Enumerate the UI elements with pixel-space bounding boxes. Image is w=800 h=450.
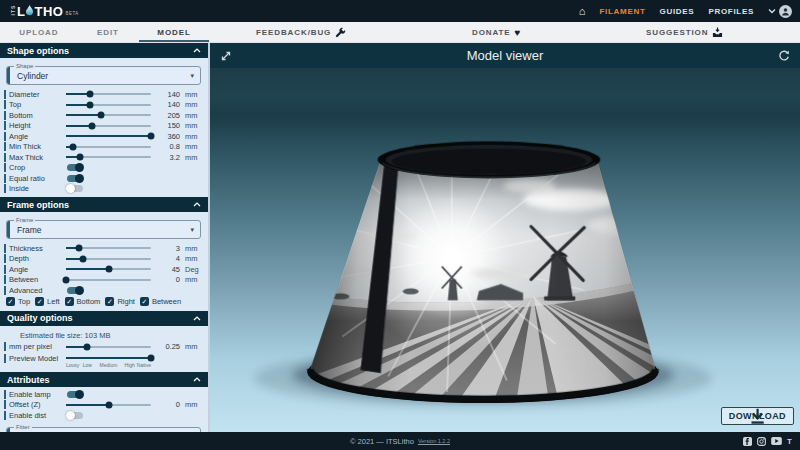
preview-quality-ticks: Lousy Low Medium High Native	[66, 362, 151, 370]
shape-select[interactable]: Shape Cylinder ▾	[6, 66, 201, 85]
shape-options-header[interactable]: Shape options	[0, 43, 208, 58]
donate-label: DONATE	[472, 28, 511, 37]
download-button[interactable]: DOWNLOAD	[721, 407, 794, 425]
checkbox-between[interactable]: ✓	[140, 297, 149, 306]
top-link-guides[interactable]: GUIDES	[660, 7, 695, 16]
min-thick-slider[interactable]	[66, 146, 151, 148]
attributes-body: Enable lamp Offset (Z) 0 mm Enable dist …	[0, 387, 208, 432]
advanced-toggle[interactable]	[67, 287, 83, 294]
frame-angle-slider[interactable]	[66, 268, 151, 270]
dropdown-arrow-icon: ▾	[190, 226, 200, 234]
tab-upload[interactable]: UPLOAD	[9, 22, 68, 42]
wrench-icon	[335, 27, 346, 38]
offset-z-slider[interactable]	[66, 404, 151, 406]
thingiverse-icon[interactable]: T	[787, 437, 792, 446]
account-menu[interactable]	[768, 5, 792, 18]
youtube-icon[interactable]	[771, 437, 782, 445]
slider-row-top: Top 140 mm	[4, 100, 203, 111]
logo-its-text: ITS	[10, 7, 16, 16]
toggle-row-equal-ratio: Equal ratio	[4, 173, 203, 184]
workflow-nav: UPLOAD EDIT MODEL FEEDBACK/BUG DONATE ♥ …	[0, 22, 800, 43]
angle-slider[interactable]	[66, 135, 151, 137]
model-top-rim	[378, 141, 601, 178]
attributes-title: Attributes	[7, 375, 50, 385]
logo-beta-badge: BETA	[65, 11, 78, 16]
version-link[interactable]: Version 1.2.2	[418, 438, 450, 444]
chevron-up-icon	[193, 48, 201, 53]
home-icon[interactable]: ⌂	[579, 6, 586, 17]
app-logo[interactable]: ITS L THO BETA	[8, 4, 79, 19]
shape-options-body: Shape Cylinder ▾ Diameter 140 mm Top 140…	[0, 58, 208, 197]
top-link-profiles[interactable]: PROFILES	[708, 7, 754, 16]
dropdown-arrow-icon: ▾	[190, 72, 200, 80]
user-icon	[781, 7, 790, 16]
crop-toggle[interactable]	[67, 164, 83, 171]
toggle-row-crop: Crop	[4, 163, 203, 174]
equal-ratio-toggle[interactable]	[67, 175, 83, 182]
top-link-filament[interactable]: FILAMENT	[599, 7, 645, 16]
preview-model-slider[interactable]: Lousy Low Medium High Native	[66, 357, 151, 359]
fitter-select-label: Fitter	[14, 424, 32, 430]
between-slider[interactable]	[66, 279, 151, 281]
viewer-canvas[interactable]: DOWNLOAD	[210, 68, 800, 432]
frame-options-title: Frame options	[7, 200, 69, 210]
reset-view-icon[interactable]	[778, 50, 790, 62]
top-slider[interactable]	[66, 104, 151, 106]
heart-icon: ♥	[515, 27, 522, 38]
frame-select-label: Frame	[14, 217, 35, 223]
select-accent	[7, 67, 10, 84]
donate-button[interactable]: DONATE ♥	[472, 27, 521, 38]
settings-sidebar: Shape options Shape Cylinder ▾ Diameter …	[0, 43, 210, 432]
frame-select[interactable]: Frame Frame ▾	[6, 220, 201, 239]
chevron-up-icon	[193, 316, 201, 321]
chevron-up-icon	[193, 377, 201, 382]
download-icon	[722, 408, 793, 424]
enable-dist-toggle[interactable]	[67, 412, 83, 419]
chevron-down-icon	[768, 8, 776, 14]
checkbox-bottom[interactable]: ✓	[65, 297, 74, 306]
checkbox-right[interactable]: ✓	[105, 297, 114, 306]
tab-edit[interactable]: EDIT	[87, 22, 129, 42]
instagram-icon[interactable]	[757, 437, 766, 446]
diameter-slider[interactable]	[66, 93, 151, 95]
shape-select-value: Cylinder	[7, 71, 48, 81]
avatar	[779, 5, 792, 18]
height-slider[interactable]	[66, 125, 151, 127]
suggestion-box-icon	[712, 27, 723, 38]
facebook-icon[interactable]	[743, 437, 752, 446]
frame-sides-checkboxes: ✓ Top ✓ Left ✓ Bottom ✓ Right ✓ Between	[4, 296, 203, 308]
logo-tho-text: THO	[34, 4, 63, 19]
tab-model[interactable]: MODEL	[147, 22, 200, 42]
quality-options-body: Estimated file size: 103 MB mm per pixel…	[0, 326, 208, 373]
max-thick-slider[interactable]	[66, 156, 151, 158]
lithophane-3d-model	[210, 68, 800, 432]
slider-row-between: Between 0 mm	[4, 275, 203, 286]
checkbox-left[interactable]: ✓	[35, 297, 44, 306]
expand-icon[interactable]	[220, 50, 232, 62]
quality-options-title: Quality options	[7, 313, 73, 323]
mm-per-pixel-slider[interactable]	[66, 346, 151, 348]
depth-slider[interactable]	[66, 258, 151, 260]
enable-lamp-toggle[interactable]	[67, 391, 83, 398]
slider-row-max-thick: Max Thick 3.2 mm	[4, 152, 203, 163]
bottom-slider[interactable]	[66, 114, 151, 116]
suggestion-button[interactable]: SUGGESTION	[646, 27, 723, 38]
frame-options-header[interactable]: Frame options	[0, 197, 208, 212]
toggle-row-enable-lamp: Enable lamp	[4, 389, 203, 400]
slider-row-diameter: Diameter 140 mm	[4, 89, 203, 100]
model-viewer-panel: Model viewer	[210, 43, 800, 432]
top-bar: ITS L THO BETA ⌂ FILAMENT GUIDES PROFILE…	[0, 0, 800, 22]
slider-row-offset-z: Offset (Z) 0 mm	[4, 400, 203, 411]
feedback-bug-button[interactable]: FEEDBACK/BUG	[256, 27, 346, 38]
slider-row-min-thick: Min Thick 0.8 mm	[4, 142, 203, 153]
shape-select-label: Shape	[14, 63, 35, 69]
attributes-header[interactable]: Attributes	[0, 372, 208, 387]
copyright-text: © 2021 — ITSLitho	[350, 437, 414, 446]
chevron-up-icon	[193, 202, 201, 207]
shape-options-title: Shape options	[7, 46, 69, 56]
thickness-slider[interactable]	[66, 247, 151, 249]
quality-options-header[interactable]: Quality options	[0, 311, 208, 326]
inside-toggle[interactable]	[67, 185, 83, 192]
checkbox-top[interactable]: ✓	[6, 297, 15, 306]
frame-options-body: Frame Frame ▾ Thickness 3 mm Depth 4 mm …	[0, 212, 208, 311]
